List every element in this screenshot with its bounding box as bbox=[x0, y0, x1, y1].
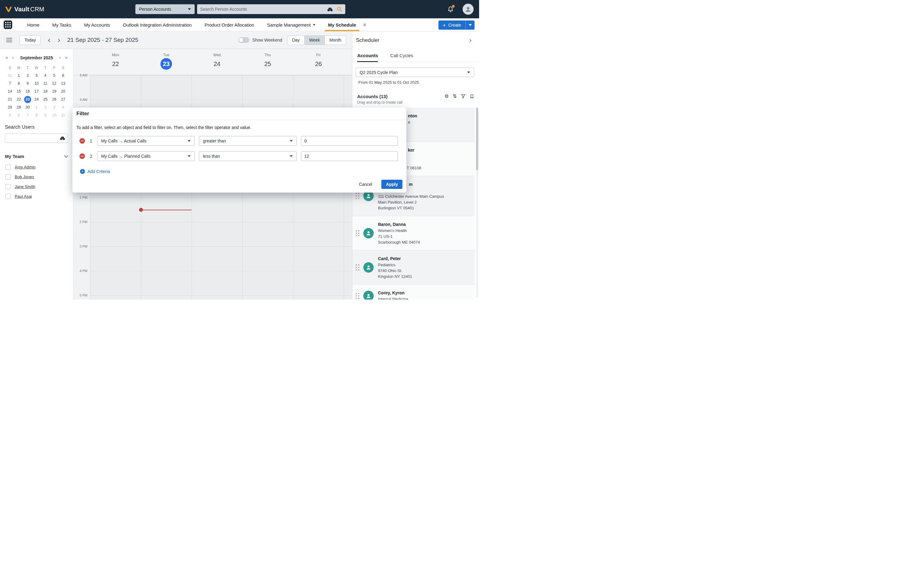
team-member-checkbox[interactable] bbox=[5, 184, 11, 189]
next-year-icon[interactable]: » bbox=[63, 55, 70, 60]
remove-criteria-button[interactable] bbox=[79, 138, 85, 144]
mini-calendar-day[interactable]: 4 bbox=[59, 103, 68, 111]
view-week-button[interactable]: Week bbox=[304, 36, 325, 45]
mini-calendar-day[interactable]: 7 bbox=[23, 111, 32, 119]
mini-calendar-day[interactable]: 26 bbox=[50, 95, 59, 103]
sort-icon[interactable]: ⇅ bbox=[453, 94, 457, 99]
mini-calendar-day[interactable]: 2 bbox=[41, 103, 50, 111]
binoculars-icon[interactable] bbox=[327, 7, 333, 11]
collapse-panel-chevron-icon[interactable]: › bbox=[469, 36, 472, 45]
filter-icon[interactable] bbox=[461, 94, 466, 99]
mini-calendar-day[interactable]: 3 bbox=[32, 71, 41, 80]
filter-operator-select[interactable]: greater than bbox=[199, 136, 297, 146]
team-member-checkbox[interactable] bbox=[5, 194, 11, 199]
mini-calendar-day[interactable]: 14 bbox=[5, 88, 15, 95]
bookmark-icon[interactable] bbox=[470, 94, 474, 99]
mini-calendar-day[interactable]: 2 bbox=[23, 71, 32, 80]
mini-calendar-day[interactable]: 17 bbox=[32, 88, 41, 95]
nav-tab-sample-management[interactable]: Sample Management bbox=[261, 18, 322, 31]
mini-calendar-day[interactable]: 25 bbox=[41, 95, 50, 103]
mini-calendar-day[interactable]: 13 bbox=[59, 80, 68, 88]
mini-calendar-day[interactable]: 20 bbox=[59, 88, 68, 95]
drag-handle-icon[interactable] bbox=[356, 193, 359, 199]
mini-calendar-day[interactable]: 10 bbox=[32, 80, 41, 88]
vault-crm-logo[interactable]: VaultCRM bbox=[5, 6, 44, 13]
prev-week-chevron[interactable]: ‹ bbox=[47, 36, 50, 44]
mini-calendar-day[interactable]: 23 bbox=[23, 95, 32, 103]
mini-calendar-day[interactable]: 6 bbox=[59, 71, 68, 80]
search-icon[interactable] bbox=[337, 6, 342, 12]
mini-calendar-day[interactable]: 16 bbox=[23, 88, 32, 95]
search-users-input[interactable] bbox=[8, 136, 60, 141]
mini-calendar-day[interactable]: 15 bbox=[15, 88, 23, 95]
binoculars-icon[interactable] bbox=[60, 136, 65, 140]
account-list-item[interactable]: Baron, DannaWomen's Health71 US-1Scarbor… bbox=[352, 216, 475, 250]
team-member-checkbox[interactable] bbox=[5, 164, 11, 170]
nav-tab-home[interactable]: Home bbox=[21, 18, 46, 31]
filter-field-select[interactable]: My Calls → Actual Calls bbox=[97, 136, 195, 146]
mini-calendar-day[interactable]: 21 bbox=[5, 95, 15, 103]
team-member-checkbox[interactable] bbox=[5, 174, 11, 179]
mini-calendar-day[interactable]: 29 bbox=[15, 103, 23, 111]
menu-icon[interactable] bbox=[6, 37, 12, 44]
create-dropdown-button[interactable] bbox=[465, 21, 475, 30]
prev-month-icon[interactable]: ‹ bbox=[10, 55, 16, 60]
mini-calendar-day[interactable]: 5 bbox=[50, 71, 59, 80]
mini-calendar-day[interactable]: 3 bbox=[50, 103, 59, 111]
mini-calendar-day[interactable]: 10 bbox=[50, 111, 59, 119]
mini-calendar-day[interactable]: 22 bbox=[15, 95, 23, 103]
create-button[interactable]: + Create bbox=[438, 21, 465, 30]
filter-field-select[interactable]: My Calls → Planned Calls bbox=[97, 151, 195, 161]
view-month-button[interactable]: Month bbox=[324, 36, 346, 45]
today-button[interactable]: Today bbox=[19, 36, 41, 45]
mini-calendar-day[interactable]: 1 bbox=[15, 71, 23, 80]
mini-calendar-day[interactable]: 12 bbox=[50, 80, 59, 88]
scheduler-tab-call-cycles[interactable]: Call Cycles bbox=[390, 49, 413, 62]
my-team-header[interactable]: My Team bbox=[5, 154, 68, 159]
mini-calendar-day[interactable]: 27 bbox=[59, 95, 68, 103]
mini-calendar-day[interactable]: 1 bbox=[32, 103, 41, 111]
user-avatar[interactable] bbox=[463, 4, 473, 15]
mini-calendar-day[interactable]: 18 bbox=[41, 88, 50, 95]
next-week-chevron[interactable]: › bbox=[57, 36, 60, 44]
drag-handle-icon[interactable] bbox=[356, 230, 359, 236]
mini-calendar-day[interactable]: 30 bbox=[23, 103, 32, 111]
team-member-link[interactable]: Paul Asai bbox=[15, 194, 32, 199]
nav-tab-my-accounts[interactable]: My Accounts bbox=[78, 18, 117, 31]
prev-year-icon[interactable]: « bbox=[4, 55, 10, 60]
mini-calendar-day[interactable]: 4 bbox=[41, 71, 50, 80]
mini-calendar-day[interactable]: 6 bbox=[15, 111, 23, 119]
gear-icon[interactable]: ⚙ bbox=[444, 94, 449, 99]
account-list-item[interactable]: Corey, KyronInternal Medicine bbox=[352, 284, 475, 300]
team-member-link[interactable]: Jane Smith bbox=[15, 184, 36, 189]
nav-tab-my-tasks[interactable]: My Tasks bbox=[46, 18, 78, 31]
mini-calendar-day[interactable]: 7 bbox=[5, 80, 15, 88]
remove-criteria-button[interactable] bbox=[79, 153, 85, 159]
notifications-bell-icon[interactable] bbox=[447, 6, 454, 13]
cancel-button[interactable]: Cancel bbox=[355, 180, 376, 188]
account-list-item[interactable]: Card, PeterPediatrics9740 Ohio St.Kingst… bbox=[352, 250, 475, 284]
mini-calendar-day[interactable]: 9 bbox=[41, 111, 50, 119]
apply-button[interactable]: Apply bbox=[381, 180, 402, 189]
search-scope-select[interactable]: Person Accounts bbox=[135, 4, 195, 14]
mini-calendar-day[interactable]: 28 bbox=[5, 103, 15, 111]
view-day-button[interactable]: Day bbox=[287, 36, 304, 45]
mini-calendar-day[interactable]: 11 bbox=[59, 111, 68, 119]
next-month-icon[interactable]: › bbox=[57, 55, 63, 60]
drag-handle-icon[interactable] bbox=[356, 293, 359, 299]
filter-operator-select[interactable]: less than bbox=[199, 151, 297, 161]
mini-calendar-day[interactable]: 11 bbox=[41, 80, 50, 88]
nav-tab-outlook-integration-administration[interactable]: Outlook Integration Administration bbox=[117, 18, 198, 31]
team-member-link[interactable]: Amy Admin bbox=[15, 165, 36, 169]
global-search-input[interactable] bbox=[200, 7, 327, 11]
scrollbar-thumb[interactable] bbox=[476, 107, 478, 170]
mini-calendar-day[interactable]: 8 bbox=[32, 111, 41, 119]
show-weekend-toggle[interactable] bbox=[238, 37, 249, 43]
app-launcher-icon[interactable] bbox=[4, 21, 12, 29]
mini-calendar-day[interactable]: 31 bbox=[5, 71, 15, 80]
scheduler-tab-accounts[interactable]: Accounts bbox=[357, 49, 378, 62]
add-criteria-button[interactable]: + Add Criteria bbox=[80, 169, 110, 174]
nav-tab-my-schedule[interactable]: My Schedule bbox=[322, 18, 363, 31]
mini-calendar-day[interactable]: 9 bbox=[23, 80, 32, 88]
filter-value-input[interactable] bbox=[301, 151, 398, 161]
